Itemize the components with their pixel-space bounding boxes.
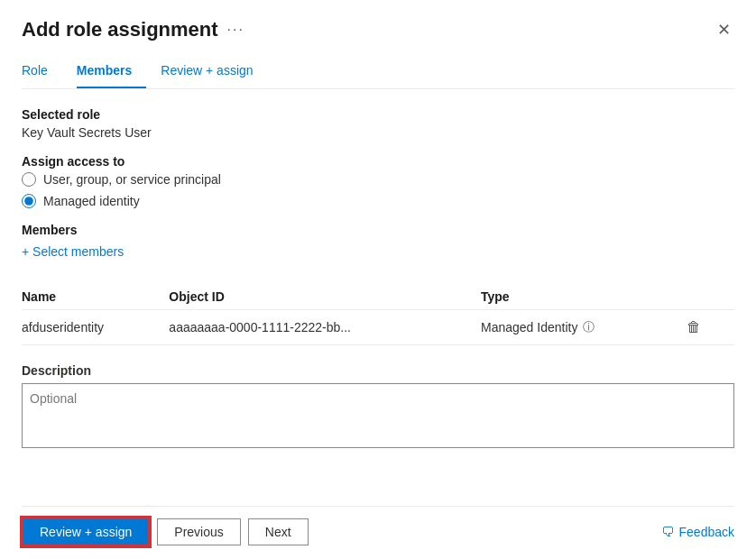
assign-access-label: Assign access to [22,154,734,169]
tab-role[interactable]: Role [22,56,62,88]
review-assign-button[interactable]: Review + assign [22,518,150,546]
next-button[interactable]: Next [248,518,309,545]
col-actions [681,284,734,310]
selected-role-value: Key Vault Secrets User [22,125,734,140]
radio-user-group-input[interactable] [22,172,36,187]
members-section: Members + Select members [22,223,734,273]
col-name: Name [22,284,169,310]
add-role-assignment-dialog: Add role assignment ··· ✕ Role Members R… [0,0,756,559]
cell-object-id: aaaaaaaa-0000-1111-2222-bb... [169,310,481,345]
selected-role-label: Selected role [22,107,734,122]
cell-type-value: Managed Identity [481,320,577,334]
assign-access-radio-group: User, group, or service principal Manage… [22,172,734,208]
cell-delete: 🗑 [681,310,734,345]
description-label: Description [22,363,734,378]
feedback-label: Feedback [679,525,734,539]
radio-managed-identity[interactable]: Managed identity [22,194,734,208]
dialog-title-row: Add role assignment ··· [22,18,244,41]
tab-members[interactable]: Members [77,56,146,88]
feedback-button[interactable]: 🗨 Feedback [661,525,734,539]
delete-row-button[interactable]: 🗑 [681,317,706,337]
tabs-bar: Role Members Review + assign [22,56,734,89]
dialog-content: Selected role Key Vault Secrets User Ass… [22,107,734,495]
cell-type: Managed Identity ⓘ [481,310,681,345]
col-object-id: Object ID [169,284,481,310]
table-row: afduseridentity aaaaaaaa-0000-1111-2222-… [22,310,734,345]
col-type: Type [481,284,681,310]
radio-user-group-label: User, group, or service principal [43,172,221,187]
description-textarea[interactable] [22,383,734,448]
radio-managed-identity-label: Managed identity [43,194,140,208]
description-section: Description [22,363,734,451]
radio-managed-identity-input[interactable] [22,194,36,208]
previous-button[interactable]: Previous [157,518,240,545]
footer: Review + assign Previous Next 🗨 Feedback [22,506,734,559]
dialog-header: Add role assignment ··· ✕ [22,18,734,41]
members-label: Members [22,223,734,237]
feedback-icon: 🗨 [661,525,674,539]
cell-name: afduseridentity [22,310,169,345]
dialog-title: Add role assignment [22,18,218,41]
select-members-link[interactable]: + Select members [22,244,124,259]
members-table: Name Object ID Type afduseridentity aaaa… [22,284,734,345]
close-button[interactable]: ✕ [714,18,734,41]
tab-review-assign[interactable]: Review + assign [161,56,267,88]
radio-user-group[interactable]: User, group, or service principal [22,172,734,187]
more-options-icon[interactable]: ··· [227,22,244,38]
info-icon[interactable]: ⓘ [583,319,595,335]
